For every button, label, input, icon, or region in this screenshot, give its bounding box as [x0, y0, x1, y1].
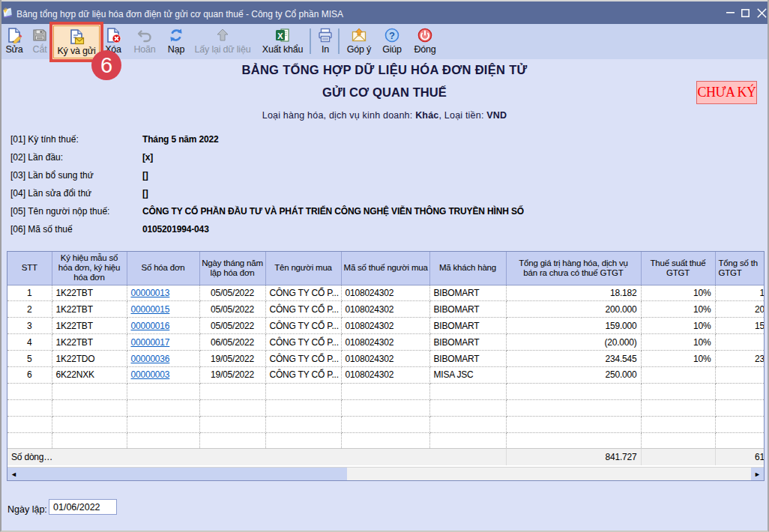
svg-text:?: ?: [389, 30, 395, 41]
svg-text:X: X: [277, 31, 283, 40]
